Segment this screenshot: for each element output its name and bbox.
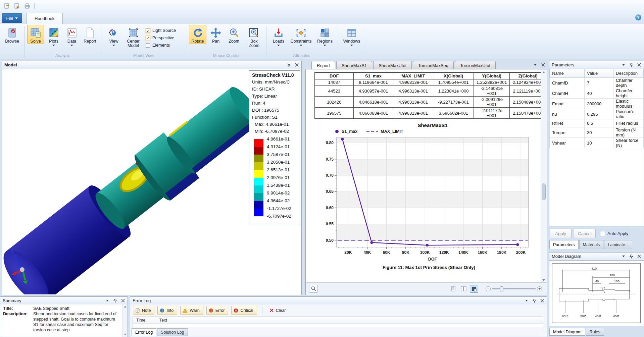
report-table-wrap: DOFS1_maxMAX_LIMITX(Global)Y(Global)Z(Gl… xyxy=(314,72,547,119)
warn-filter-button[interactable]: Warn xyxy=(180,306,203,315)
regions-button[interactable]: Regions xyxy=(315,25,334,47)
table-cell: 4.930957e-001 xyxy=(353,86,393,97)
shaft-diagram: 410 200 40 100 5R 63.5 50Ø 40Ø 45Ø xyxy=(552,264,640,323)
rotate-label: Rotate xyxy=(192,39,204,44)
new-document-button[interactable] xyxy=(3,2,11,10)
pan-button[interactable]: Pan xyxy=(208,25,223,44)
tab-laminate[interactable]: Laminate... xyxy=(604,240,632,249)
data-button[interactable]: Data xyxy=(63,25,80,47)
quick-access-toolbar xyxy=(0,0,644,12)
tab-model-diagram[interactable]: Model Diagram xyxy=(549,328,585,336)
zoom-button[interactable]: Zoom xyxy=(226,25,242,44)
window-position-icon[interactable] xyxy=(287,63,291,67)
chevron-down-icon[interactable] xyxy=(105,298,110,303)
close-icon[interactable] xyxy=(294,63,299,67)
scroll-up-button[interactable] xyxy=(123,304,127,309)
cancel-button[interactable]: Cancel xyxy=(574,229,596,238)
tab-materials[interactable]: Materials xyxy=(579,240,604,249)
report-vertical-scrollbar[interactable] xyxy=(541,69,547,283)
column-time[interactable]: Time xyxy=(133,317,156,324)
svg-text:63.5: 63.5 xyxy=(562,314,568,318)
box-zoom-button[interactable]: Box Zoom xyxy=(245,25,263,48)
print-button[interactable] xyxy=(23,2,31,10)
tab-error-log[interactable]: Error Log xyxy=(132,328,156,336)
browse-button[interactable]: Browse xyxy=(3,25,21,44)
scroll-up-button[interactable] xyxy=(541,69,546,75)
critical-filter-button[interactable]: Critical xyxy=(231,306,257,315)
zoom-slider[interactable] xyxy=(492,288,536,289)
save-model-button[interactable] xyxy=(13,2,21,10)
close-icon[interactable] xyxy=(540,298,544,303)
tab-rules[interactable]: Rules xyxy=(586,328,604,336)
view-icon xyxy=(108,26,119,39)
error-filter-button[interactable]: Error xyxy=(206,306,229,315)
parameter-value-cell[interactable]: 10 xyxy=(585,138,613,148)
parameter-value-cell[interactable]: 30 xyxy=(585,127,613,138)
tab-handbook[interactable]: Handbook xyxy=(26,13,63,24)
view-mode-grid-button[interactable] xyxy=(470,285,478,293)
pin-icon[interactable] xyxy=(629,254,634,259)
constraints-button[interactable]: Constraints xyxy=(289,25,313,47)
tab-report[interactable]: Report xyxy=(311,61,335,69)
apply-button[interactable]: Apply xyxy=(550,229,572,238)
elements-checkbox[interactable]: Elements xyxy=(146,43,182,48)
parameter-value-cell[interactable]: 6.5 xyxy=(585,119,613,127)
table-row: 140378.119664e-0014.996313e-0011.709554e… xyxy=(315,79,546,86)
summary-scrollbar[interactable] xyxy=(122,304,128,337)
tab-torsionmaxseq[interactable]: TorsionMaxSeq xyxy=(413,61,454,69)
center-model-button[interactable]: Center Model xyxy=(123,25,143,48)
tab-torsionmaxutot[interactable]: TorsionMaxUtot xyxy=(455,61,496,69)
view-mode-single-button[interactable] xyxy=(449,285,457,293)
pin-icon[interactable] xyxy=(113,298,117,303)
note-filter-button[interactable]: Note xyxy=(133,306,154,315)
zoom-in-button[interactable]: + xyxy=(537,286,542,291)
chevron-down-icon[interactable] xyxy=(524,298,529,303)
parameter-value-cell[interactable]: 0.295 xyxy=(585,109,613,119)
close-icon[interactable] xyxy=(637,63,641,67)
parameter-value-cell[interactable]: 7 xyxy=(585,78,613,88)
close-icon[interactable] xyxy=(541,62,545,67)
chevron-down-icon[interactable] xyxy=(533,62,538,67)
plots-button[interactable]: Plots xyxy=(45,25,62,47)
info-filter-button[interactable]: Info xyxy=(157,306,177,315)
close-icon[interactable] xyxy=(637,254,641,259)
zoom-out-button[interactable]: − xyxy=(486,286,491,291)
svg-text:100: 100 xyxy=(614,279,620,283)
perspective-checkbox[interactable]: ✓ Perspective xyxy=(146,36,182,40)
auto-apply-checkbox[interactable]: Auto Apply xyxy=(600,231,628,236)
solve-label: Solve xyxy=(30,39,41,44)
report-button[interactable]: Report xyxy=(82,25,98,44)
close-icon[interactable] xyxy=(120,298,125,303)
rotate-button[interactable]: Rotate xyxy=(189,25,206,44)
solve-button[interactable]: Solve xyxy=(27,25,44,44)
column-text[interactable]: Text xyxy=(156,318,167,323)
help-icon[interactable]: ? xyxy=(635,14,641,20)
clear-button[interactable]: Clear xyxy=(267,306,289,315)
zoom-label: Zoom xyxy=(229,39,239,44)
pin-icon[interactable] xyxy=(629,63,634,67)
model-viewport[interactable]: X StressCheck V11.0 Units: mm/N/sec/CID:… xyxy=(2,69,302,295)
tab-parameters[interactable]: Parameters xyxy=(549,240,579,249)
zoom-slider-thumb[interactable] xyxy=(500,286,503,292)
report-zoom-button[interactable] xyxy=(309,285,318,293)
chevron-down-icon[interactable] xyxy=(621,254,626,259)
light-source-checkbox[interactable]: ✓ Light Source xyxy=(146,28,182,33)
loads-button[interactable]: Loads xyxy=(270,25,287,47)
svg-text:0.55: 0.55 xyxy=(326,222,334,226)
view-options: ✓ Light Source ✓ Perspective Elements xyxy=(143,25,183,48)
series-dot-icon xyxy=(335,129,339,133)
tab-shearmaxs1[interactable]: ShearMaxS1 xyxy=(336,61,372,69)
scroll-down-button[interactable] xyxy=(541,277,546,283)
file-menu-button[interactable]: File xyxy=(2,13,22,23)
view-button[interactable]: View xyxy=(106,25,121,47)
windows-button[interactable]: Windows xyxy=(341,25,362,47)
scrollbar-thumb[interactable] xyxy=(542,183,546,200)
parameter-value-cell[interactable]: 40 xyxy=(585,88,613,99)
chevron-down-icon[interactable] xyxy=(621,63,626,67)
view-mode-two-page-button[interactable] xyxy=(459,285,468,293)
tab-solution-log[interactable]: Solution Log xyxy=(157,328,188,336)
parameter-value-cell[interactable]: 200000 xyxy=(585,99,613,109)
pin-icon[interactable] xyxy=(532,298,537,303)
scroll-down-button[interactable] xyxy=(123,332,127,337)
tab-shearmaxutot[interactable]: ShearMaxUtot xyxy=(373,61,412,69)
